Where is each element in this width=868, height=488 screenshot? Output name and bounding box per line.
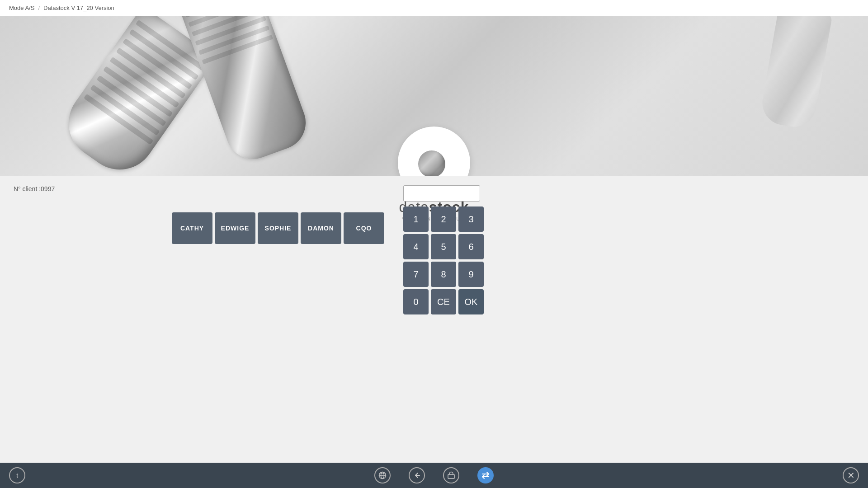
www-button[interactable] (374, 467, 391, 483)
user-btn-edwige[interactable]: EDWIGE (215, 212, 255, 244)
breadcrumb-separator: / (38, 5, 40, 11)
back-button[interactable] (409, 467, 425, 483)
numpad-btn-1[interactable]: 1 (403, 206, 429, 232)
numpad: 1234567890CEOK (403, 206, 484, 314)
user-btn-cathy[interactable]: CATHY (172, 212, 212, 244)
numpad-btn-ce[interactable]: CE (431, 289, 456, 314)
transfer-button[interactable] (477, 467, 494, 483)
toolbar-right: ✕ (843, 467, 859, 483)
numpad-area: 1234567890CEOK (403, 185, 484, 314)
user-btn-damon[interactable]: DAMON (301, 212, 341, 244)
logo-icon (418, 150, 450, 175)
hero-banner (0, 0, 868, 176)
numpad-btn-7[interactable]: 7 (403, 262, 429, 287)
numpad-btn-ok[interactable]: OK (458, 289, 484, 314)
screw-far-right (759, 5, 832, 131)
bottom-toolbar: ↕ (0, 463, 868, 488)
scroll-icon-button[interactable]: ↕ (9, 467, 25, 483)
mode-label: Mode A/S (9, 5, 34, 11)
user-btn-cqo[interactable]: CQO (344, 212, 384, 244)
version-label: Datastock V 17_20 Version (43, 5, 114, 11)
numpad-btn-0[interactable]: 0 (403, 289, 429, 314)
header-divider (0, 16, 868, 16)
numpad-btn-8[interactable]: 8 (431, 262, 456, 287)
shop-button[interactable] (443, 467, 459, 483)
user-btn-sophie[interactable]: SOPHIE (258, 212, 298, 244)
numpad-btn-4[interactable]: 4 (403, 234, 429, 259)
numpad-btn-3[interactable]: 3 (458, 206, 484, 232)
back-icon (413, 471, 421, 479)
transfer-icon (481, 471, 490, 480)
user-buttons: CATHYEDWIGESOPHIEDAMONCQO (172, 212, 384, 244)
numpad-btn-2[interactable]: 2 (431, 206, 456, 232)
numpad-btn-6[interactable]: 6 (458, 234, 484, 259)
shop-icon (447, 471, 455, 479)
pin-display[interactable] (403, 185, 480, 202)
numpad-btn-9[interactable]: 9 (458, 262, 484, 287)
close-button[interactable]: ✕ (843, 467, 859, 483)
svg-rect-5 (448, 474, 454, 479)
numpad-btn-5[interactable]: 5 (431, 234, 456, 259)
toolbar-left: ↕ (9, 467, 25, 483)
www-icon (378, 471, 387, 479)
header-bar: Mode A/S / Datastock V 17_20 Version (0, 0, 868, 16)
toolbar-center (374, 467, 494, 483)
logo-icon-inner (418, 150, 445, 177)
